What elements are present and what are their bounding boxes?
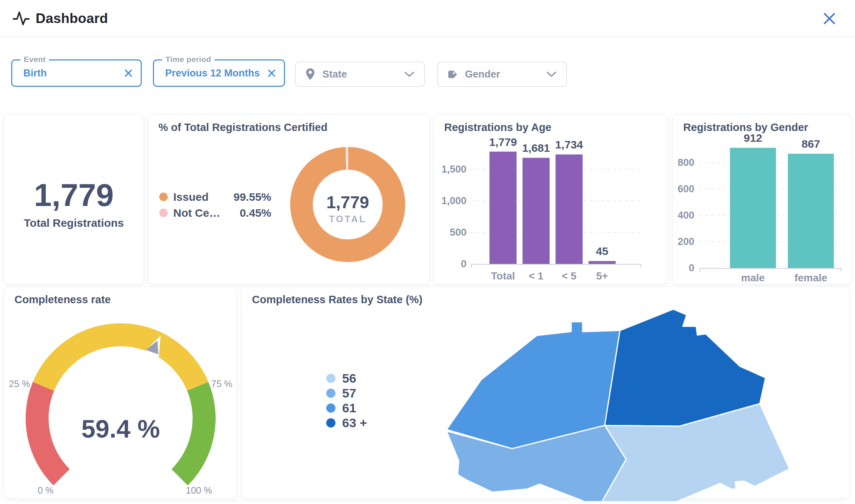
map-legend-item-57[interactable]: 57	[326, 386, 367, 400]
map-legend-label-63plus: 63 +	[342, 416, 367, 430]
map-legend-item-61[interactable]: 61	[326, 400, 367, 415]
map-legend: 56 57 61 63 +	[326, 371, 367, 430]
completeness-gauge-chart	[4, 287, 237, 499]
svg-text:female: female	[795, 272, 828, 284]
card-certified-donut: % of Total Registrations Certified Issue…	[148, 114, 430, 284]
chevron-down-icon	[546, 71, 557, 78]
gender-dropdown-label: Gender	[465, 69, 500, 80]
chevron-down-icon	[404, 71, 415, 78]
svg-text:800: 800	[678, 157, 694, 168]
map-legend-dot-57	[326, 389, 335, 398]
svg-text:500: 500	[450, 227, 466, 238]
total-registrations-label: Total Registrations	[24, 217, 124, 229]
filter-chip-time-period[interactable]: Time period Previous 12 Months	[153, 59, 285, 87]
map-card-title: Completeness Rates by State (%)	[252, 294, 422, 306]
svg-text:600: 600	[678, 183, 694, 194]
partial-card-bottom-left	[16, 501, 560, 504]
page-title: Dashboard	[36, 11, 108, 26]
state-choropleth-map	[446, 309, 790, 504]
map-legend-label-56: 56	[342, 371, 356, 386]
gauge-tick-100: 100 %	[184, 485, 213, 496]
map-legend-label-57: 57	[342, 386, 356, 400]
age-bar-chart: 05001,0001,5001,779Total1,681< 11,734< 5…	[434, 115, 668, 285]
state-dropdown[interactable]: State	[295, 62, 425, 87]
filter-chip-time-label: Time period	[162, 55, 214, 64]
clear-event-filter-icon[interactable]	[124, 69, 132, 77]
filter-chip-event-label: Event	[20, 55, 49, 64]
filter-chip-event-value: Birth	[23, 68, 47, 79]
gauge-tick-25: 25 %	[4, 379, 30, 389]
pulse-icon	[13, 10, 30, 27]
gauge-value: 59.4 %	[4, 414, 237, 443]
gender-dropdown[interactable]: Gender	[437, 62, 567, 87]
svg-text:867: 867	[802, 138, 820, 150]
svg-text:< 5: < 5	[562, 270, 577, 282]
svg-text:1,681: 1,681	[522, 142, 550, 154]
header: Dashboard	[0, 0, 855, 37]
card-registrations-by-age: Registrations by Age 05001,0001,5001,779…	[433, 114, 668, 284]
map-legend-label-61: 61	[342, 401, 356, 415]
close-button[interactable]	[822, 12, 836, 26]
gender-bar-chart: 0200400600800912male867female	[673, 115, 852, 285]
svg-text:< 1: < 1	[529, 270, 544, 282]
svg-text:1,734: 1,734	[555, 138, 583, 151]
map-legend-dot-61	[326, 403, 335, 413]
map-legend-item-56[interactable]: 56	[326, 371, 367, 386]
state-dropdown-label: State	[322, 69, 347, 80]
svg-text:1,500: 1,500	[441, 164, 466, 175]
total-registrations-value: 1,779	[34, 179, 114, 211]
gauge-tick-0: 0 %	[35, 485, 56, 496]
card-total-registrations: 1,779 Total Registrations	[4, 114, 144, 284]
gauge-tick-75: 75 %	[211, 379, 232, 389]
svg-text:1,000: 1,000	[441, 195, 466, 206]
card-completeness-rate: Completeness rate 59.4 % 0 % 25 % 75 % 1…	[4, 287, 237, 498]
svg-text:0: 0	[461, 258, 466, 269]
card-registrations-by-gender: Registrations by Gender 0200400600800912…	[672, 114, 852, 284]
svg-text:1,779: 1,779	[489, 136, 517, 148]
card-completeness-by-state: Completeness Rates by State (%) 56 57 61…	[241, 287, 850, 498]
filter-chip-time-value: Previous 12 Months	[165, 68, 260, 79]
svg-text:45: 45	[596, 245, 608, 257]
svg-text:1,779: 1,779	[326, 193, 369, 212]
clear-time-filter-icon[interactable]	[268, 69, 276, 77]
close-icon	[822, 12, 836, 26]
map-legend-dot-63plus	[326, 418, 335, 428]
map-legend-item-63plus[interactable]: 63 +	[326, 415, 367, 430]
filter-chip-event[interactable]: Event Birth	[11, 59, 142, 87]
svg-text:male: male	[741, 272, 765, 284]
map-legend-dot-56	[326, 374, 335, 383]
location-pin-icon	[305, 68, 315, 81]
svg-text:0: 0	[689, 262, 694, 274]
partial-card-bottom-right	[579, 501, 842, 504]
svg-text:200: 200	[678, 236, 694, 247]
svg-text:5+: 5+	[596, 270, 608, 282]
svg-text:912: 912	[744, 132, 762, 144]
svg-text:Total: Total	[491, 270, 515, 282]
svg-text:TOTAL: TOTAL	[329, 214, 366, 224]
svg-text:400: 400	[678, 210, 694, 221]
tag-icon	[448, 70, 458, 79]
certified-donut-chart: 1,779TOTAL	[148, 115, 430, 285]
